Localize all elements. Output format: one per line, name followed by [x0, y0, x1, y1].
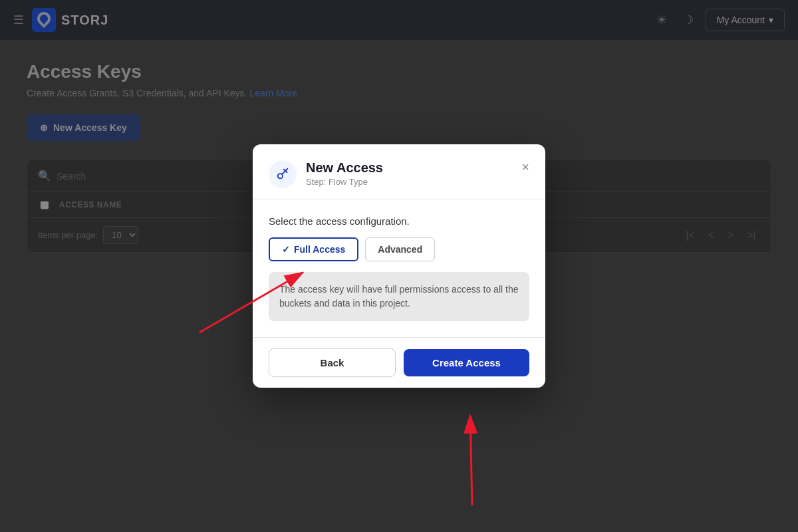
- modal-close-button[interactable]: ×: [521, 160, 529, 174]
- advanced-label: Advanced: [378, 244, 422, 255]
- modal-key-icon-wrap: [269, 160, 297, 188]
- select-label: Select the access configuration.: [269, 215, 529, 227]
- access-options: ✓ Full Access Advanced: [269, 237, 529, 261]
- full-access-label: Full Access: [294, 244, 345, 255]
- new-access-modal: New Access Step: Flow Type × Select the …: [253, 144, 545, 388]
- modal-title-area: New Access Step: Flow Type: [306, 160, 512, 187]
- modal-body: Select the access configuration. ✓ Full …: [253, 200, 545, 337]
- key-icon: [275, 167, 290, 182]
- check-icon: ✓: [282, 244, 290, 255]
- modal-subtitle: Step: Flow Type: [306, 177, 512, 187]
- description-box: The access key will have full permission…: [269, 272, 529, 321]
- back-button[interactable]: Back: [269, 348, 396, 377]
- modal-footer: Back Create Access: [253, 337, 545, 388]
- description-text: The access key will have full permission…: [279, 284, 518, 309]
- modal-title: New Access: [306, 160, 512, 176]
- create-access-button[interactable]: Create Access: [404, 349, 529, 376]
- advanced-button[interactable]: Advanced: [365, 237, 435, 261]
- full-access-button[interactable]: ✓ Full Access: [269, 237, 358, 261]
- modal-header: New Access Step: Flow Type ×: [253, 144, 545, 200]
- modal-overlay: New Access Step: Flow Type × Select the …: [0, 0, 798, 532]
